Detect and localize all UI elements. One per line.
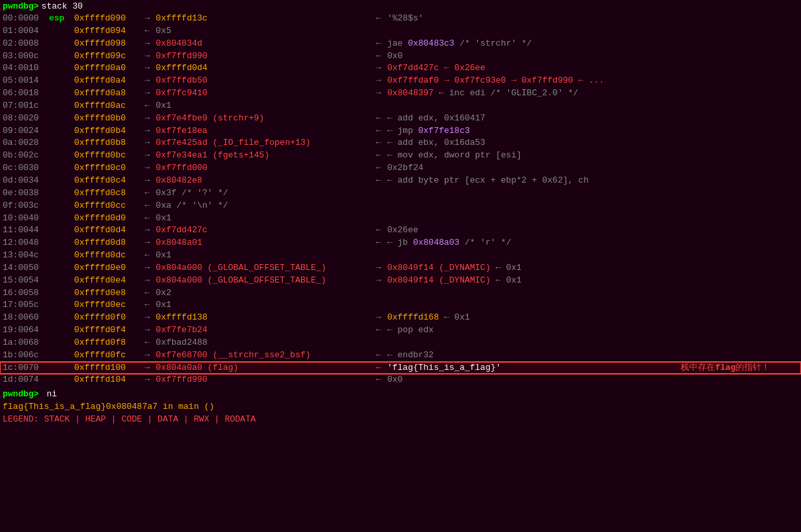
row-arrow2: ← — [375, 137, 385, 150]
row-arrow2: → — [375, 87, 385, 100]
row-esp: esp — [46, 13, 71, 25]
row-address: 0xffffd0a8 — [71, 87, 143, 100]
row-rest: ← mov edx, dword ptr [esi] — [385, 150, 665, 162]
terminal: pwndbg> stack 30 00:0000esp0xffffd090→0x… — [0, 0, 801, 532]
row-arrow1: → — [143, 374, 153, 386]
row-val1: 0x1 — [153, 249, 375, 262]
row-esp — [46, 337, 71, 349]
row-arrow2: ← — [375, 150, 385, 162]
row-index: 00:0000 — [0, 13, 46, 25]
row-address: 0xffffd0c8 — [71, 187, 143, 200]
row-address: 0xffffd0d0 — [71, 212, 143, 225]
table-row: 06:00180xffffd0a8→0xf7fc9410→0x8048397 ←… — [0, 87, 801, 100]
row-esp — [46, 25, 71, 38]
row-arrow1: → — [143, 224, 153, 237]
row-rest — [385, 212, 665, 225]
row-index: 1a:0068 — [0, 337, 46, 349]
row-arrow1: → — [143, 62, 153, 75]
table-row: 0a:00280xffffd0b8→0xf7e425ad (_IO_file_f… — [0, 137, 801, 150]
row-index: 0f:003c — [0, 200, 46, 212]
row-esp — [46, 312, 71, 324]
row-rest: 0x8049f14 (_DYNAMIC) ← 0x1 — [385, 275, 665, 287]
row-arrow1: → — [143, 50, 153, 63]
row-index: 11:0044 — [0, 224, 46, 237]
row-esp — [46, 137, 71, 150]
table-row: 04:00100xffffd0a0→0xffffd0d4→0xf7dd427c … — [0, 62, 801, 75]
table-row: 1b:006c0xffffd0fc→0xf7e68700 (__strchr_s… — [0, 349, 801, 362]
row-address: 0xffffd0e8 — [71, 287, 143, 300]
row-val1: 0x804a000 (_GLOBAL_OFFSET_TABLE_) — [153, 262, 375, 275]
row-val1: 0xf7e68700 (__strchr_sse2_bsf) — [153, 349, 375, 362]
row-val1: 0xf7fe7b24 — [153, 324, 375, 337]
row-arrow1: ← — [143, 187, 153, 200]
row-index: 0e:0038 — [0, 187, 46, 200]
row-rest — [385, 287, 665, 300]
row-arrow2-empty — [375, 187, 385, 200]
row-rest: ← endbr32 — [385, 349, 665, 362]
row-address: 0xffffd0ec — [71, 299, 143, 312]
row-rest — [385, 200, 665, 212]
row-rest: 0x0 — [385, 374, 665, 386]
row-rest: ← pop edx — [385, 324, 665, 337]
row-index: 13:004c — [0, 249, 46, 262]
table-row: 10:00400xffffd0d0←0x1 — [0, 212, 801, 225]
table-row: 17:005c0xffffd0ec←0x1 — [0, 299, 801, 312]
row-esp — [46, 374, 71, 386]
row-val1: 0xf7e34ea1 (fgets+145) — [153, 150, 375, 162]
row-address: 0xffffd0fc — [71, 349, 143, 362]
table-row: 05:00140xffffd0a4→0xf7ffdb50→0xf7ffdaf0 … — [0, 75, 801, 87]
row-index: 14:0050 — [0, 262, 46, 275]
table-row: 1d:00740xffffd104→0xf7ffd990←0x0 — [0, 374, 801, 386]
row-rest — [385, 25, 665, 38]
table-row: 0d:00340xffffd0c4→0x80482e8← ← add byte … — [0, 175, 801, 187]
row-rest: '%28$s' — [385, 13, 665, 25]
row-rest: ← add byte ptr [ecx + ebp*2 + 0x62], ch — [385, 175, 665, 187]
row-val1: 0xf7e425ad (_IO_file_fopen+13) — [153, 137, 375, 150]
table-row: 0c:00300xffffd0c0→0xf7ffd000←0x2bf24 — [0, 162, 801, 175]
row-arrow1: → — [143, 175, 153, 187]
row-val1: 0x804a000 (_GLOBAL_OFFSET_TABLE_) — [153, 275, 375, 287]
row-arrow2-empty — [375, 100, 385, 112]
row-esp — [46, 249, 71, 262]
row-val1: 0xf7ffd990 — [153, 374, 375, 386]
row-arrow2: ← — [375, 362, 385, 375]
row-esp — [46, 200, 71, 212]
row-arrow1: ← — [143, 25, 153, 38]
row-val1: 0xf7ffd000 — [153, 162, 375, 175]
row-val1: 0x3f /* '?' */ — [153, 187, 375, 200]
row-esp — [46, 87, 71, 100]
row-arrow2: ← — [375, 112, 385, 125]
row-arrow1: → — [143, 13, 153, 25]
row-arrow2: → — [375, 75, 385, 87]
row-rest: 0x0 — [385, 50, 665, 63]
row-arrow1: ← — [143, 299, 153, 312]
row-arrow1: ← — [143, 249, 153, 262]
row-arrow1: ← — [143, 200, 153, 212]
row-val1: 0xf7ffd990 — [153, 50, 375, 63]
row-index: 0b:002c — [0, 150, 46, 162]
bottom-line3: LEGEND: STACK | HEAP | CODE | DATA | RWX… — [0, 413, 801, 425]
row-esp — [46, 50, 71, 63]
row-rest: 0xffffd168 ← 0x1 — [385, 312, 665, 324]
row-index: 06:0018 — [0, 87, 46, 100]
row-arrow2-empty — [375, 299, 385, 312]
row-val1: 0x5 — [153, 25, 375, 38]
row-index: 08:0020 — [0, 112, 46, 125]
table-row: 13:004c0xffffd0dc←0x1 — [0, 249, 801, 262]
row-arrow1: → — [143, 137, 153, 150]
row-rest: 'flag{This_is_a_flag}' — [385, 362, 665, 375]
row-arrow1: → — [143, 162, 153, 175]
row-index: 16:0058 — [0, 287, 46, 300]
row-rest: 0x8049f14 (_DYNAMIC) ← 0x1 — [385, 262, 665, 275]
row-index: 19:0064 — [0, 324, 46, 337]
row-arrow1: → — [143, 312, 153, 324]
flag-note: 栈中存在flag的指针！ — [665, 362, 801, 375]
row-esp — [46, 262, 71, 275]
row-esp — [46, 349, 71, 362]
row-address: 0xffffd09c — [71, 50, 143, 63]
row-rest: 0x2bf24 — [385, 162, 665, 175]
row-arrow1: → — [143, 150, 153, 162]
row-arrow1: → — [143, 75, 153, 87]
row-esp — [46, 187, 71, 200]
row-arrow1: → — [143, 112, 153, 125]
